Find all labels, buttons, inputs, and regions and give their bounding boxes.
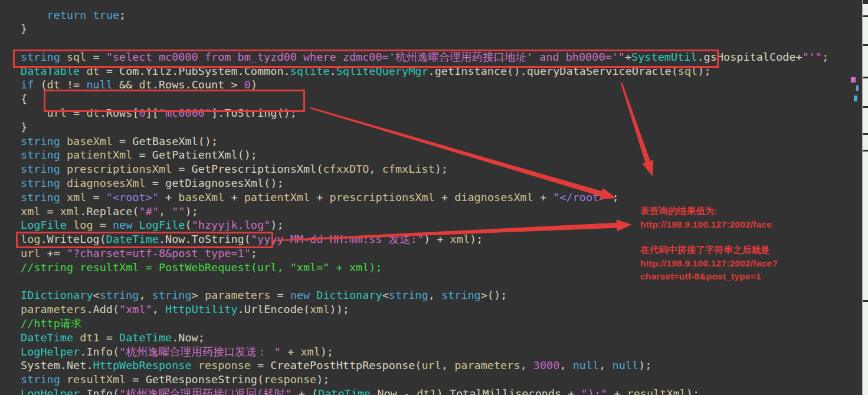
code-token: string [152, 289, 192, 301]
code-token: parameters [454, 359, 520, 371]
code-token: < [93, 289, 100, 301]
code-token: baseXml [178, 191, 224, 203]
code-token: xml [67, 191, 86, 203]
code-token: string [21, 135, 60, 147]
code-token: HttpWebResponse [93, 359, 192, 371]
minimap-mark [854, 96, 857, 101]
code-token: url [21, 247, 40, 259]
code-token [86, 9, 93, 21]
code-token: + [281, 345, 300, 358]
code-token: + [796, 51, 803, 63]
code-token: , [559, 359, 572, 371]
code-token [60, 149, 67, 161]
code-token [73, 331, 80, 344]
code-token: , [152, 303, 165, 315]
code-token [192, 359, 198, 371]
code-token: += [40, 247, 67, 259]
code-token: dt1 [417, 387, 436, 395]
code-token: ); [270, 219, 283, 231]
code-token: string [21, 177, 60, 189]
code-token: ); [638, 359, 651, 371]
code-token: baseXml [67, 135, 113, 147]
code-token: string [441, 289, 481, 301]
code-token [60, 177, 67, 189]
code-token [21, 107, 47, 119]
code-token: "#" [139, 205, 159, 218]
code-token [60, 191, 67, 203]
code-line: string xml = "<root>" + baseXml + patien… [0, 190, 828, 205]
code-token: diagnosesXml [454, 191, 533, 203]
code-token: , [159, 205, 172, 218]
code-token: xml [450, 233, 470, 245]
code-token: string [21, 163, 60, 175]
code-token: + [533, 191, 553, 203]
code-line: string patientXml = GetPatientXml(); [0, 148, 828, 162]
code-token [60, 163, 67, 175]
code-token: LogHelper [21, 387, 80, 395]
annotation-line: 在代码中拼接了字符串之后就是 [640, 243, 778, 257]
code-token: //string resultXml = PostWebRequest(url,… [21, 261, 382, 274]
code-token: .Replace( [80, 205, 139, 218]
code-token: patientXml [67, 149, 132, 161]
annotation-line: 表查询的结果值为: [640, 205, 772, 218]
code-line: string prescriptionsXml = GetPrescriptio… [0, 162, 828, 176]
scrollbar-tick [863, 15, 868, 17]
code-token: .UrlEncode( [238, 303, 310, 315]
code-token: DateTime [318, 387, 371, 395]
scrollbar-tick [863, 150, 868, 152]
code-token: prescriptionsXml [330, 191, 435, 203]
code-token: = [100, 331, 119, 344]
code-token: xml [21, 205, 40, 218]
code-token: ; [119, 9, 126, 21]
code-token: .Info( [80, 345, 119, 358]
code-token: = GetResponseString( [126, 373, 264, 386]
code-token: + [159, 191, 178, 203]
code-token: .Now - [371, 387, 417, 395]
code-token: string [21, 373, 60, 386]
code-token: ; [612, 191, 619, 203]
code-token: string [389, 289, 428, 301]
red-highlight-box-url-append [16, 232, 273, 248]
code-line [0, 36, 828, 50]
code-token: , [599, 359, 612, 371]
scrollbar[interactable] [862, 0, 868, 395]
code-token: resultXml [67, 373, 126, 386]
code-token: , [441, 359, 454, 371]
code-token: if [21, 78, 34, 91]
code-token: ); [686, 387, 699, 395]
code-token: , [428, 289, 441, 301]
code-token: string [21, 191, 60, 203]
code-token [67, 219, 73, 231]
code-line: LogHelper.Info("杭州逸曜合理用药接口发送： " + xml); [0, 345, 828, 359]
code-token: + [435, 191, 454, 203]
code-token: prescriptionsXml [67, 163, 172, 175]
code-token: null [612, 359, 639, 371]
code-token: true [93, 9, 120, 21]
code-line: } [0, 22, 828, 36]
scrollbar-cap [863, 0, 868, 4]
minimap-mark [856, 85, 859, 91]
code-token: url [421, 359, 441, 371]
scrollbar-tick [863, 300, 868, 302]
code-token: LogFile [139, 219, 185, 231]
minimap-mark [851, 77, 856, 83]
scrollbar-tick [863, 133, 868, 135]
code-token [21, 9, 47, 21]
code-token: = [40, 205, 60, 218]
code-token: = [86, 191, 106, 203]
code-token: Dictionary [316, 289, 382, 301]
code-token: resultXml [627, 387, 686, 395]
code-token: "" [172, 205, 185, 218]
code-token: 3000 [533, 359, 560, 371]
code-token: = GetPatientXml(); [132, 149, 257, 161]
code-token: + [310, 191, 329, 203]
code-token: "?charset=utf-8&post_type=1" [67, 247, 251, 259]
red-highlight-box-url-assignment [44, 90, 305, 112]
code-token [60, 135, 67, 147]
code-token: ); [185, 205, 198, 218]
code-token: "杭州逸曜合理用药接口返回(耗时" [119, 387, 291, 395]
code-token: "</root>" [553, 191, 612, 203]
code-token: DateTime [21, 331, 73, 344]
code-token: ).TotalMilliseconds + [437, 387, 581, 395]
code-token [132, 219, 139, 231]
